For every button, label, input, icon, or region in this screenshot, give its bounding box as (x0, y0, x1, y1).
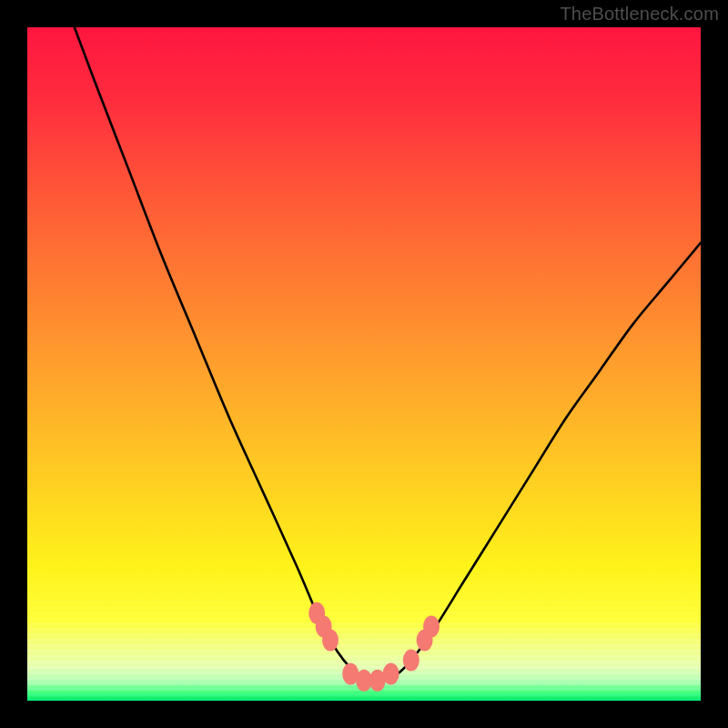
plot-area (27, 27, 701, 701)
curve-marker (417, 629, 433, 651)
curve-marker (383, 662, 399, 684)
curve-marker (423, 616, 440, 638)
watermark-text: TheBottleneck.com (560, 4, 719, 25)
gradient-stripes (27, 601, 701, 701)
curve-marker (322, 629, 339, 651)
curve-markers (308, 602, 440, 692)
chart-frame: TheBottleneck.com (0, 0, 728, 728)
curve-marker (356, 670, 372, 692)
curve-marker (403, 650, 420, 672)
bottleneck-curve (75, 27, 701, 682)
curve-layer (27, 27, 701, 701)
curve-marker (369, 670, 386, 692)
curve-marker (342, 662, 359, 684)
curve-marker (316, 616, 332, 638)
curve-marker (308, 602, 325, 624)
